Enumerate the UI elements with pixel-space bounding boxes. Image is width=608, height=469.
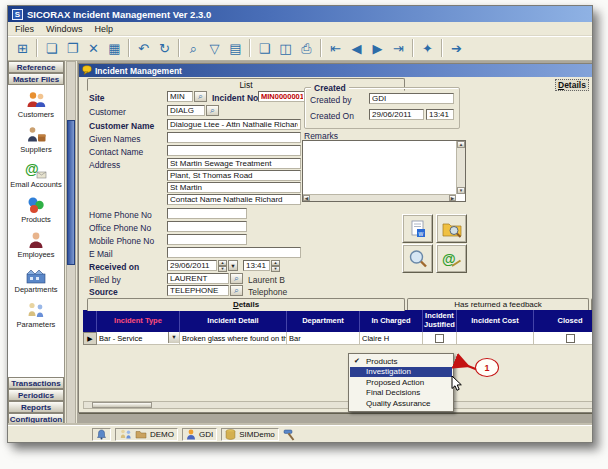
remarks-vertical-scrollbar[interactable]: ▲ ▼: [456, 141, 465, 194]
created-on-date-field[interactable]: [369, 109, 424, 120]
received-time-field[interactable]: [243, 260, 270, 271]
received-date-spinner[interactable]: ▲ ▼: [218, 260, 227, 271]
remarks-field[interactable]: ▲ ▼ ◀ ▶: [302, 140, 466, 202]
incident-justified-checkbox[interactable]: [435, 334, 444, 343]
sidebar-tab-periodics[interactable]: Periodics: [8, 389, 64, 401]
sidebar-item-suppliers[interactable]: Suppliers: [8, 126, 64, 154]
sidebar-item-employees[interactable]: Employees: [8, 231, 64, 259]
cell-incident-type[interactable]: Bar - Service ▼: [97, 332, 180, 345]
scrollbar-thumb[interactable]: [92, 402, 152, 408]
new-icon[interactable]: ❏: [41, 38, 62, 58]
refresh-icon[interactable]: ↻: [154, 38, 175, 58]
grid-horizontal-scrollbar[interactable]: [83, 401, 593, 409]
spin-down-icon[interactable]: ▼: [218, 266, 227, 272]
browse-folder-button[interactable]: [436, 214, 467, 243]
given-names-field[interactable]: [167, 132, 301, 143]
address-line1-field[interactable]: [167, 158, 301, 169]
exit-icon[interactable]: ➔: [446, 38, 467, 58]
mdi-vertical-scrollbar[interactable]: [66, 61, 76, 425]
grid-column-incident-detail[interactable]: Incident Detail: [180, 310, 287, 332]
sidebar-item-parameters[interactable]: Parameters: [8, 301, 64, 329]
scroll-right-icon[interactable]: ▶: [449, 195, 456, 201]
menu-item-final-decisions[interactable]: Final Decisions: [350, 388, 452, 399]
incident-no-field[interactable]: [258, 91, 306, 102]
created-on-time-field[interactable]: [426, 109, 454, 120]
source-lookup-icon[interactable]: ⌕: [230, 285, 243, 296]
menu-help[interactable]: Help: [95, 24, 114, 34]
grid-column-department[interactable]: Department: [287, 310, 360, 332]
next-record-icon[interactable]: ▶: [367, 38, 388, 58]
tree-view-icon[interactable]: ⊞: [12, 38, 33, 58]
undo-icon[interactable]: ↶: [133, 38, 154, 58]
sidebar-tab-reports[interactable]: Reports: [8, 401, 64, 413]
filter-icon[interactable]: ▽: [204, 38, 225, 58]
address-line3-field[interactable]: [167, 182, 301, 193]
menu-item-proposed-action[interactable]: Proposed Action: [350, 377, 452, 388]
cell-incident-detail[interactable]: Broken glass where found on the Bar.: [180, 332, 287, 345]
received-date-field[interactable]: [167, 260, 217, 271]
menu-item-quality-assurance[interactable]: Quality Assurance: [350, 398, 452, 409]
scroll-down-icon[interactable]: ▼: [457, 187, 465, 194]
cell-incident-cost[interactable]: [457, 332, 534, 345]
office-phone-field[interactable]: [167, 221, 247, 232]
received-date-dropdown-icon[interactable]: ▼: [228, 260, 238, 271]
cell-department[interactable]: Bar: [287, 332, 360, 345]
wizard-icon[interactable]: ✦: [417, 38, 438, 58]
sidebar-item-departments[interactable]: Departments: [8, 266, 64, 294]
sidebar-tab-transactions[interactable]: Transactions: [8, 377, 64, 389]
search-icon[interactable]: ⌕: [183, 38, 204, 58]
print-icon[interactable]: ⎙: [296, 38, 317, 58]
site-lookup-icon[interactable]: ⌕: [194, 91, 207, 102]
home-phone-field[interactable]: [167, 208, 247, 219]
menu-item-products[interactable]: ✔ Products: [350, 356, 452, 367]
grid-column-incident-justified[interactable]: Incident Justified: [423, 310, 457, 332]
filled-by-lookup-icon[interactable]: ⌕: [230, 273, 243, 284]
address-line4-field[interactable]: [167, 194, 301, 205]
mobile-phone-field[interactable]: [167, 234, 247, 245]
site-field[interactable]: [167, 91, 193, 102]
tab-details[interactable]: Details: [87, 298, 405, 311]
sidebar-item-products[interactable]: Products: [8, 196, 64, 224]
details-button[interactable]: Details: [555, 79, 589, 91]
first-record-icon[interactable]: ⇤: [325, 38, 346, 58]
customer-field[interactable]: [167, 105, 205, 116]
menu-files[interactable]: Files: [15, 24, 34, 34]
report-button[interactable]: w: [402, 214, 433, 243]
last-record-icon[interactable]: ⇥: [388, 38, 409, 58]
grid-column-closed[interactable]: Closed: [534, 310, 593, 332]
created-by-field[interactable]: [369, 93, 454, 104]
save-icon[interactable]: ▦: [104, 38, 125, 58]
menu-item-investigation[interactable]: Investigation: [350, 367, 452, 378]
grid-column-incident-type[interactable]: Incident Type: [97, 310, 180, 332]
address-line2-field[interactable]: [167, 170, 301, 181]
previous-record-icon[interactable]: ◀: [346, 38, 367, 58]
sidebar-tab-master-files[interactable]: Master Files: [8, 73, 64, 85]
grid-column-incident-cost[interactable]: Incident Cost: [457, 310, 534, 332]
find-record-icon[interactable]: ▤: [225, 38, 246, 58]
grid-column-in-charged[interactable]: In Charged: [360, 310, 423, 332]
scroll-up-icon[interactable]: ▲: [457, 141, 465, 148]
menu-windows[interactable]: Windows: [46, 24, 83, 34]
sidebar-item-email-accounts[interactable]: @ Email Accounts: [8, 161, 64, 189]
remarks-horizontal-scrollbar[interactable]: ◀ ▶: [303, 194, 456, 201]
search-record-button[interactable]: [402, 244, 433, 273]
scroll-left-icon[interactable]: ◀: [303, 195, 310, 201]
incident-type-dropdown-icon[interactable]: ▼: [168, 332, 179, 343]
delete-icon[interactable]: ✕: [83, 38, 104, 58]
send-email-button[interactable]: @: [436, 244, 467, 273]
received-time-spinner[interactable]: ▲ ▼: [271, 260, 280, 271]
closed-checkbox[interactable]: [566, 334, 575, 343]
source-field[interactable]: [167, 285, 229, 296]
sidebar-tab-configuration[interactable]: Configuration: [8, 413, 64, 425]
sidebar-item-customers[interactable]: Customers: [8, 91, 64, 119]
row-selector[interactable]: ▶: [83, 332, 97, 345]
filled-by-field[interactable]: [167, 273, 229, 284]
sidebar-tab-reference[interactable]: Reference: [8, 61, 64, 73]
scrollbar-thumb[interactable]: [67, 120, 75, 265]
email-field[interactable]: [167, 247, 301, 258]
paste-icon[interactable]: ❑: [254, 38, 275, 58]
customer-name-field[interactable]: [167, 119, 301, 130]
print-preview-icon[interactable]: ◫: [275, 38, 296, 58]
spin-down-icon[interactable]: ▼: [271, 266, 280, 272]
customer-lookup-icon[interactable]: ⌕: [206, 105, 219, 116]
